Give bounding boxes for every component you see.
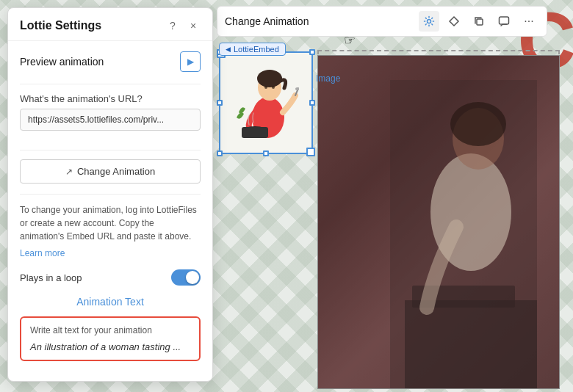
toolbar-title: Change Animation	[225, 15, 414, 27]
copy-icon[interactable]	[469, 11, 489, 32]
cooking-woman-illustration	[233, 62, 299, 143]
animation-preview	[220, 53, 311, 153]
info-text: To change your animation, log into Lotti…	[20, 203, 201, 243]
svg-point-0	[428, 20, 431, 23]
svg-point-8	[450, 102, 506, 146]
toolbar: Change Animation ···	[217, 6, 547, 37]
svg-rect-2	[500, 17, 509, 24]
alt-text-section: Write alt text for your animation An ill…	[20, 316, 201, 361]
svg-point-14	[295, 87, 299, 90]
url-label: What's the animation's URL?	[20, 93, 201, 104]
change-animation-label: Change Animation	[77, 166, 155, 177]
lottie-badge-label: LottieEmbed	[234, 45, 279, 54]
loop-row: Plays in a loop	[20, 259, 201, 290]
svg-point-13	[272, 86, 275, 89]
alt-text-value[interactable]: An illustration of a woman tasting ...	[30, 341, 190, 352]
svg-rect-16	[242, 127, 268, 138]
play-icon: ▶	[187, 57, 194, 67]
animation-widget[interactable]	[219, 51, 313, 154]
help-icon[interactable]: ?	[165, 18, 180, 33]
play-button[interactable]: ▶	[180, 51, 201, 72]
svg-point-11	[257, 70, 282, 87]
loop-toggle[interactable]	[171, 269, 201, 286]
panel-header: Lottie Settings ? ×	[8, 8, 212, 41]
divider-1	[20, 84, 201, 84]
divider-2	[20, 150, 201, 150]
lottie-embed-badge[interactable]: LottieEmbed	[219, 43, 286, 56]
change-animation-button[interactable]: ↗ Change Animation	[20, 159, 201, 184]
animation-text-header: Animation Text	[20, 290, 201, 315]
ext-link-icon: ↗	[65, 167, 73, 177]
alt-text-label: Write alt text for your animation	[30, 325, 190, 335]
divider-3	[20, 194, 201, 195]
chat-icon[interactable]	[494, 11, 514, 32]
more-icon[interactable]: ···	[519, 11, 539, 32]
svg-point-12	[264, 86, 267, 89]
panel-header-icons: ? ×	[165, 18, 201, 33]
photo-background	[317, 55, 560, 389]
loop-label: Plays in a loop	[20, 272, 82, 283]
panel-body: Preview animation ▶ What's the animation…	[8, 41, 212, 371]
close-icon[interactable]: ×	[186, 18, 201, 33]
person-silhouette	[390, 80, 537, 388]
settings-panel: Lottie Settings ? × Preview animation ▶ …	[7, 7, 213, 382]
preview-section: Preview animation ▶	[20, 51, 201, 72]
image-label: Image	[316, 73, 340, 84]
learn-more-link[interactable]: Learn more	[20, 248, 65, 258]
diamond-icon[interactable]	[444, 11, 464, 32]
gear-icon[interactable]	[419, 11, 439, 32]
toggle-knob	[186, 271, 199, 284]
panel-title: Lottie Settings	[20, 19, 101, 32]
svg-rect-1	[477, 19, 483, 25]
preview-label: Preview animation	[20, 56, 104, 68]
url-input[interactable]	[20, 109, 201, 131]
handle-br[interactable]	[309, 150, 315, 156]
